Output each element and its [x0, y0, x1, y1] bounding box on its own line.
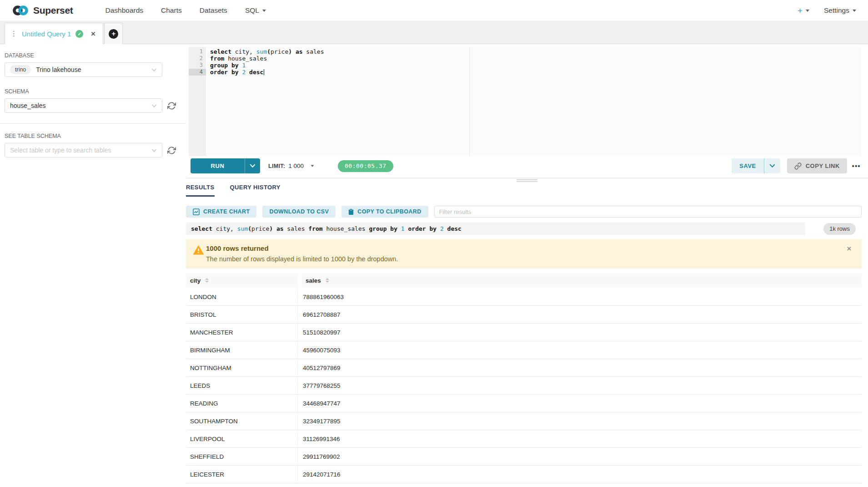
cell-sales: 788861960063 [298, 288, 862, 305]
link-icon [794, 162, 802, 170]
text-cursor [264, 69, 264, 75]
results-table-header: city sales [186, 274, 862, 287]
editor-toolbar: RUN LIMIT: 1 000 00:00:05.37 SAVE [191, 158, 862, 173]
warning-icon [193, 245, 204, 255]
alert-message: The number of rows displayed is limited … [206, 255, 854, 263]
run-options-button[interactable] [245, 158, 260, 173]
table-row: LEICESTER 29142071716 [186, 466, 862, 483]
save-options-button[interactable] [764, 158, 780, 173]
chevron-down-icon [806, 10, 809, 12]
table-row: BIRMINGHAM 45960075093 [186, 341, 862, 359]
sql-editor[interactable]: 1 2 3 4 select city, sum(price) as sales… [189, 47, 862, 156]
chevron-down-icon [769, 164, 775, 168]
chevron-down-icon [262, 10, 266, 12]
run-button[interactable]: RUN [191, 158, 245, 173]
executed-query-row: select city, sum(price) as sales from ho… [186, 223, 862, 235]
nav-item-sql[interactable]: SQL [245, 6, 266, 15]
cell-city: SHEFFIELD [186, 448, 298, 465]
table-row: LEEDS 37779768255 [186, 377, 862, 395]
column-header-city[interactable]: city [186, 274, 298, 287]
nav-item-dashboards[interactable]: Dashboards [105, 6, 143, 15]
tab-untitled-query-1[interactable]: ⋮ Untitled Query 1 ✓ ✕ [5, 23, 103, 44]
line-number: 2 [189, 55, 206, 62]
new-query-tab-button[interactable]: + [104, 23, 123, 44]
alert-title: 1000 rows returned [206, 244, 854, 252]
schema-label: SCHEMA [5, 88, 181, 95]
create-chart-button[interactable]: CREATE CHART [186, 206, 256, 218]
splitter-drag-handle[interactable] [517, 179, 537, 183]
tab-results[interactable]: RESULTS [186, 184, 215, 197]
run-split-button: RUN [191, 158, 260, 173]
query-success-icon: ✓ [75, 30, 83, 38]
cell-sales: 40512797869 [298, 359, 862, 376]
line-number: 3 [189, 62, 206, 69]
top-nav: Superset Dashboards Charts Datasets SQL … [0, 0, 868, 21]
superset-app: Superset Dashboards Charts Datasets SQL … [0, 0, 868, 487]
results-tabs: RESULTS QUERY HISTORY [186, 183, 862, 197]
cell-city: BRISTOL [186, 306, 298, 323]
refresh-tables-icon[interactable] [167, 146, 176, 155]
pane-splitter [186, 178, 868, 183]
sql-line: order by 2 desc [206, 69, 862, 76]
sql-line: group by 1 [206, 62, 862, 69]
schema-select[interactable]: house_sales [5, 98, 162, 113]
cell-city: NOTTINGHAM [186, 359, 298, 376]
superset-logo[interactable]: Superset [11, 4, 73, 17]
cell-sales: 51510820997 [298, 324, 862, 341]
tab-label: Untitled Query 1 [22, 30, 71, 38]
table-row: BRISTOL 69612708887 [186, 306, 862, 324]
add-icon: + [109, 29, 118, 39]
filter-results-input[interactable] [434, 206, 862, 218]
cell-sales: 31126991346 [298, 430, 862, 447]
database-select[interactable]: trino Trino lakehouse [5, 62, 162, 77]
table-row: SOUTHAMPTON 32349177895 [186, 412, 862, 430]
database-engine-tag: trino [10, 65, 31, 74]
rows-limit-alert: 1000 rows returned The number of rows di… [186, 239, 862, 269]
close-alert-icon[interactable]: ✕ [847, 245, 852, 252]
main-menu: Dashboards Charts Datasets SQL [87, 6, 266, 15]
results-table: city sales LONDON 788861 [186, 274, 862, 483]
cell-city: SOUTHAMPTON [186, 412, 298, 430]
plus-icon: + [798, 6, 803, 15]
clipboard-icon [348, 208, 354, 215]
copy-to-clipboard-button[interactable]: COPY TO CLIPBOARD [341, 206, 428, 218]
results-actions-row: CREATE CHART DOWNLOAD TO CSV COPY TO CLI… [186, 206, 862, 218]
save-split-button: SAVE [732, 158, 780, 173]
drag-handle-icon[interactable]: ⋮ [10, 30, 17, 38]
cell-city: READING [186, 395, 298, 412]
query-timer-badge: 00:00:05.37 [338, 160, 393, 172]
refresh-schemas-icon[interactable] [167, 101, 176, 110]
table-row: NOTTINGHAM 40512797869 [186, 359, 862, 377]
limit-dropdown[interactable]: LIMIT: 1 000 [268, 162, 314, 169]
new-item-menu[interactable]: + [798, 6, 809, 15]
table-select[interactable]: Select table or type to search tables [5, 143, 162, 157]
more-actions-button[interactable]: ••• [851, 161, 862, 172]
table-select-placeholder: Select table or type to search tables [10, 147, 111, 154]
cell-sales: 29911769902 [298, 448, 862, 465]
nav-item-charts[interactable]: Charts [161, 6, 182, 15]
chevron-down-icon [151, 148, 157, 152]
nav-item-datasets[interactable]: Datasets [200, 6, 227, 15]
sql-code-area[interactable]: select city, sum(price) as sales from ho… [206, 48, 862, 76]
settings-menu[interactable]: Settings [824, 6, 856, 15]
sql-line: from house_sales [206, 55, 862, 62]
copy-link-button[interactable]: COPY LINK [787, 158, 847, 173]
database-value: Trino lakehouse [36, 66, 81, 73]
download-csv-button[interactable]: DOWNLOAD TO CSV [262, 206, 336, 218]
editor-gutter: 1 2 3 4 [189, 47, 206, 156]
cell-city: LEEDS [186, 377, 298, 394]
chart-icon [193, 208, 200, 215]
close-tab-icon[interactable]: ✕ [90, 30, 95, 37]
column-header-sales[interactable]: sales [301, 274, 862, 287]
table-row: MANCHESTER 51510820997 [186, 324, 862, 341]
save-button[interactable]: SAVE [732, 158, 763, 173]
cell-city: LONDON [186, 288, 298, 305]
cell-sales: 45960075093 [298, 341, 862, 359]
chevron-down-icon [250, 164, 256, 168]
sqllab-sidebar: DATABASE trino Trino lakehouse SCHEMA ho… [0, 44, 186, 157]
sql-line: select city, sum(price) as sales [206, 48, 862, 55]
table-row: SHEFFIELD 29911769902 [186, 448, 862, 466]
top-nav-right: + Settings [798, 6, 856, 15]
tab-query-history[interactable]: QUERY HISTORY [230, 184, 281, 197]
limit-label: LIMIT: [268, 163, 285, 169]
